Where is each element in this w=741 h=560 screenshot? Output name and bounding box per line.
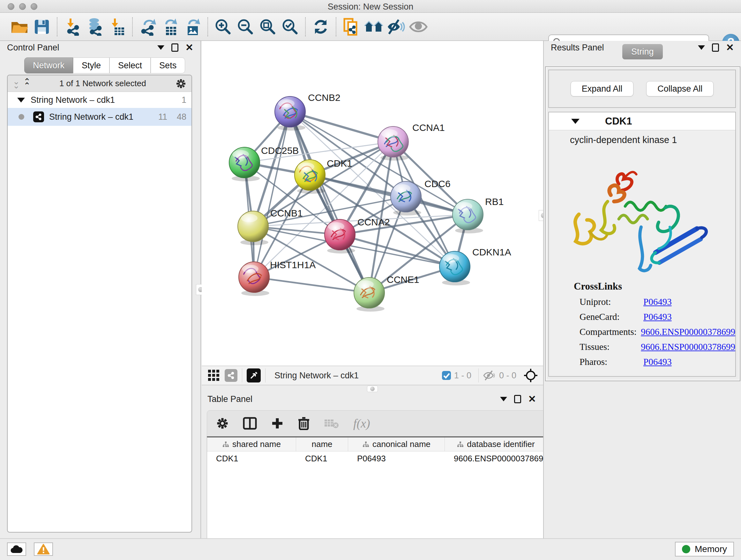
zoom-out-icon bbox=[237, 18, 254, 36]
export-network-button[interactable] bbox=[137, 17, 159, 37]
selected-checkbox-icon[interactable] bbox=[441, 370, 452, 381]
edge-HIST1H1A-CCNE1[interactable] bbox=[254, 277, 369, 293]
show-all-nodes-button[interactable] bbox=[362, 17, 385, 37]
crosslink-link[interactable]: P06493 bbox=[643, 357, 672, 367]
maximize-panel-icon[interactable] bbox=[172, 44, 179, 52]
tree-expander-icon[interactable] bbox=[17, 98, 25, 103]
window-title: Session: New Session bbox=[0, 2, 741, 12]
network-view-icon[interactable] bbox=[225, 369, 238, 382]
crosslink-link[interactable]: 9606.ENSP00000378699 bbox=[641, 327, 735, 337]
toolbar-separator bbox=[57, 17, 57, 37]
zoom-selected-button[interactable] bbox=[279, 17, 301, 37]
expand-all-button[interactable]: Expand All bbox=[570, 81, 634, 97]
column-header-name[interactable]: name bbox=[296, 437, 348, 451]
delete-table-icon bbox=[324, 418, 339, 429]
zoom-in-button[interactable] bbox=[212, 17, 234, 37]
table-panel-title: Table Panel bbox=[207, 394, 253, 404]
open-session-button[interactable] bbox=[8, 17, 30, 37]
column-header-canonicalname[interactable]: canonical name bbox=[348, 437, 445, 451]
tab-string[interactable]: String bbox=[622, 44, 663, 59]
tab-network[interactable]: Network bbox=[24, 57, 73, 73]
node-CDC25B[interactable] bbox=[229, 147, 260, 181]
collapse-all-button[interactable]: Collapse All bbox=[646, 81, 714, 97]
expand-all-icon[interactable]: ⌃⌃ bbox=[23, 79, 30, 88]
crosslinks-title: CrossLinks bbox=[574, 281, 735, 292]
network-collection-row[interactable]: String Network – cdk1 1 bbox=[8, 92, 192, 108]
node-label-CCNA2: CCNA2 bbox=[357, 217, 390, 227]
fit-crosshair-icon[interactable] bbox=[523, 368, 538, 383]
import-network-database-button[interactable] bbox=[84, 17, 106, 37]
float-panel-icon[interactable] bbox=[157, 45, 164, 50]
network-row[interactable]: String Network – cdk1 11 48 bbox=[8, 108, 192, 126]
node-CCNE1[interactable] bbox=[354, 277, 385, 312]
node-label-CCNE1: CCNE1 bbox=[387, 274, 419, 285]
crosslink-link[interactable]: 9606.ENSP00000378699 bbox=[641, 341, 735, 352]
tab-sets[interactable]: Sets bbox=[151, 57, 185, 73]
network-footer-bar: String Network – cdk1 1 - 0 0 - 0 bbox=[202, 366, 543, 385]
tab-style[interactable]: Style bbox=[73, 57, 110, 73]
copy-pages-icon bbox=[343, 17, 360, 36]
horizontal-splitter[interactable] bbox=[202, 385, 543, 392]
zoom-in-icon bbox=[214, 18, 232, 36]
apply-layout-button[interactable] bbox=[310, 17, 332, 37]
float-panel-icon[interactable] bbox=[500, 397, 507, 401]
tab-select[interactable]: Select bbox=[110, 57, 151, 73]
expand-collapse-box: Expand All Collapse All bbox=[548, 70, 736, 108]
save-session-button[interactable] bbox=[30, 17, 53, 37]
import-table-file-button[interactable] bbox=[106, 17, 128, 37]
show-columns-icon[interactable] bbox=[243, 417, 257, 430]
float-panel-icon[interactable] bbox=[698, 45, 705, 50]
column-header-databaseidentifier[interactable]: database identifier bbox=[445, 437, 547, 451]
node-RB1[interactable] bbox=[453, 199, 483, 233]
grid-view-icon[interactable] bbox=[207, 369, 220, 382]
maximize-panel-icon[interactable] bbox=[514, 395, 521, 403]
collection-count: 1 bbox=[182, 95, 186, 105]
zoom-fit-button[interactable] bbox=[257, 17, 279, 37]
toolbar-separator bbox=[132, 17, 133, 37]
zoom-fit-icon bbox=[259, 18, 276, 36]
warnings-button[interactable] bbox=[34, 543, 53, 556]
hide-selected-button[interactable] bbox=[385, 17, 407, 37]
table-settings-gear-icon[interactable] bbox=[216, 417, 229, 430]
section-expander-icon[interactable] bbox=[571, 119, 580, 124]
network-label: String Network – cdk1 bbox=[49, 112, 133, 122]
maximize-panel-icon[interactable] bbox=[712, 44, 719, 52]
add-column-icon[interactable] bbox=[271, 417, 284, 430]
delete-column-trash-icon[interactable] bbox=[298, 417, 310, 430]
collapse-all-icon[interactable]: ⌄⌄ bbox=[13, 79, 19, 88]
crosslink-row: Uniprot:P06493 bbox=[580, 297, 735, 307]
close-panel-icon[interactable]: ✕ bbox=[185, 43, 193, 52]
column-header-sharedname[interactable]: shared name bbox=[207, 437, 296, 451]
table-cell: CDK1 bbox=[207, 451, 296, 465]
import-network-file-button[interactable] bbox=[61, 17, 84, 37]
show-hidden-button[interactable] bbox=[407, 17, 429, 37]
node-CCNB1[interactable] bbox=[238, 211, 268, 245]
crosslink-label: Pharos: bbox=[580, 357, 643, 367]
hidden-count: 0 - 0 bbox=[499, 371, 516, 381]
crosslink-link[interactable]: P06493 bbox=[643, 312, 672, 322]
birdseye-view-icon[interactable] bbox=[247, 368, 261, 382]
export-table-button[interactable] bbox=[159, 17, 181, 37]
memory-button[interactable]: Memory bbox=[675, 542, 734, 557]
cloud-status-button[interactable] bbox=[7, 543, 26, 556]
node-HIST1H1A[interactable] bbox=[239, 262, 269, 296]
node-CDKN1A[interactable] bbox=[440, 251, 470, 286]
table-cell: 9606.ENSP00000378699 bbox=[445, 451, 547, 465]
crosslink-link[interactable]: P06493 bbox=[643, 297, 672, 307]
network-canvas[interactable]: CCNB2CCNA1CDC25BCDK1CDC6RB1CCNB1CCNA2CDK… bbox=[202, 41, 543, 366]
edge-CCNB2-HIST1H1A[interactable] bbox=[254, 112, 290, 277]
gear-icon[interactable] bbox=[176, 78, 186, 89]
close-panel-icon[interactable]: ✕ bbox=[726, 43, 734, 52]
status-bar: Memory bbox=[0, 538, 741, 560]
eye-icon bbox=[409, 20, 428, 34]
close-panel-icon[interactable]: ✕ bbox=[528, 394, 536, 404]
clone-network-button[interactable] bbox=[340, 17, 362, 37]
node-CCNA1[interactable] bbox=[378, 126, 408, 161]
node-CCNB2[interactable] bbox=[275, 97, 306, 131]
string-results-box: Expand All Collapse All CDK1 cyclin-depe… bbox=[545, 66, 740, 381]
zoom-out-button[interactable] bbox=[234, 17, 257, 37]
crosslink-row: Pharos:P06493 bbox=[580, 357, 735, 367]
node-section-header[interactable]: CDK1 bbox=[549, 112, 735, 130]
export-image-button[interactable] bbox=[181, 17, 204, 37]
protein-structure-image bbox=[560, 147, 726, 275]
